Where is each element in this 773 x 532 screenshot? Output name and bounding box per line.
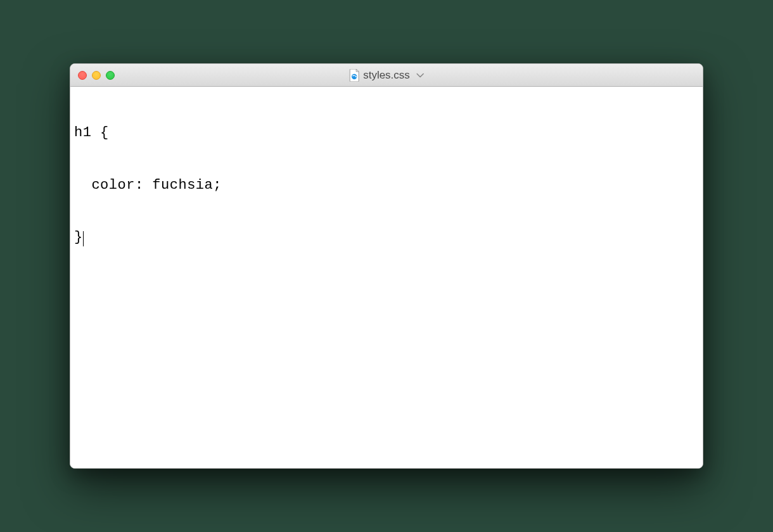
editor-window: styles.css h1 { color: fuchsia; } (70, 63, 703, 469)
editor-area[interactable]: h1 { color: fuchsia; } (70, 87, 703, 468)
titlebar[interactable]: styles.css (70, 64, 703, 87)
close-button[interactable] (78, 71, 87, 80)
code-line: h1 { (74, 124, 699, 142)
maximize-button[interactable] (106, 71, 115, 80)
code-text: } (74, 229, 83, 245)
minimize-button[interactable] (92, 71, 101, 80)
chevron-down-icon[interactable] (416, 73, 424, 78)
window-title: styles.css (363, 69, 410, 82)
code-line: } (74, 229, 699, 246)
code-line: color: fuchsia; (74, 177, 699, 194)
traffic-lights (78, 71, 115, 80)
window-title-group[interactable]: styles.css (349, 69, 424, 82)
file-icon (349, 69, 359, 82)
text-cursor (83, 231, 84, 246)
